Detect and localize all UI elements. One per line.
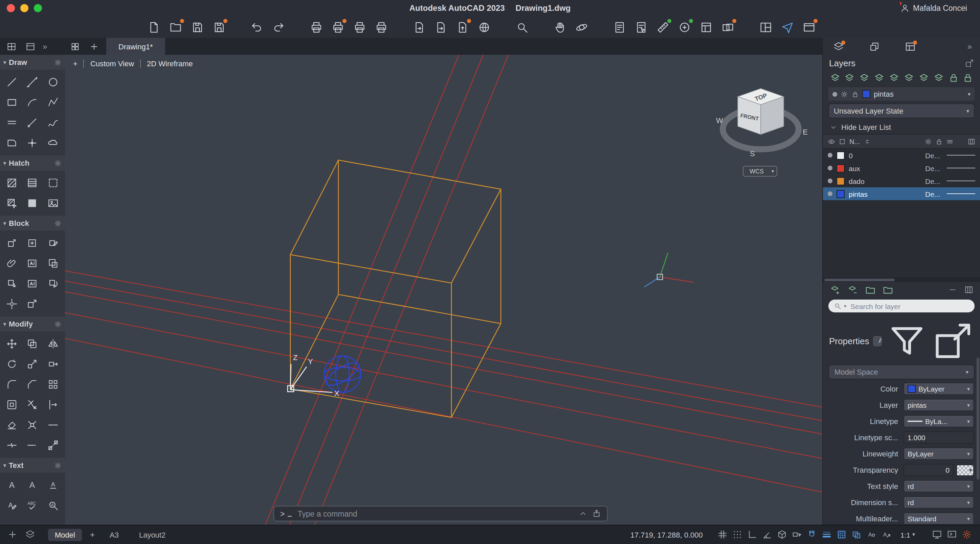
solid-fill-button[interactable] (23, 193, 42, 213)
panel-blocks-button[interactable] (868, 40, 881, 53)
redo-button[interactable] (269, 18, 287, 36)
section-header-block[interactable]: ▾ Block (0, 216, 65, 231)
compass-east[interactable]: E (803, 128, 808, 136)
layer-unisolate-button[interactable] (888, 72, 900, 83)
gear-icon[interactable] (54, 159, 62, 167)
layer-state-dropdown[interactable]: Unsaved Layer State ▾ (829, 103, 975, 118)
layer-select[interactable]: pintas ▾ (904, 399, 974, 411)
panel-layers-button[interactable] (832, 40, 845, 53)
layer-row[interactable]: aux De... (823, 162, 980, 174)
annotation-monitor-button[interactable] (930, 528, 944, 541)
offset-button[interactable] (2, 394, 21, 414)
command-bar[interactable]: > (274, 506, 608, 521)
settings-gear-button[interactable] (960, 528, 974, 541)
layer-on-icon[interactable] (828, 153, 832, 157)
export-dwf-button[interactable] (432, 18, 449, 36)
model-space-canvas[interactable]: Z Y X TOP FRONT W E S (65, 55, 823, 525)
markup-assist-button[interactable] (632, 18, 650, 36)
boundary-button[interactable] (44, 173, 63, 193)
freeze-column-icon[interactable] (924, 138, 932, 145)
folder-open-button[interactable] (167, 18, 184, 36)
osnap-button[interactable] (805, 528, 819, 541)
zoom-button[interactable] (513, 18, 531, 36)
close-button[interactable] (7, 4, 15, 12)
named-views-button[interactable] (24, 40, 37, 52)
rotate-button[interactable] (2, 354, 21, 374)
annotation-scale-button[interactable]: 1:1 ▾ (899, 531, 917, 539)
lineweight-column-icon[interactable] (946, 138, 954, 145)
markup-import-button[interactable] (611, 18, 628, 36)
align-button[interactable] (44, 435, 63, 455)
detach-icon[interactable] (965, 59, 974, 68)
dynamic-input-button[interactable] (790, 528, 804, 541)
lineweight-select[interactable]: ByLayer ▾ (904, 448, 974, 460)
user-menu[interactable]: Mafalda Concei (900, 0, 980, 16)
new-property-filter-button[interactable] (882, 284, 893, 295)
layout2-tab[interactable]: Layout2 (132, 529, 172, 541)
hatch-button[interactable] (2, 173, 21, 193)
layer-on-icon[interactable] (828, 166, 832, 170)
layer-off-button[interactable] (918, 72, 929, 83)
wireframe-box[interactable] (290, 160, 501, 417)
zoom-button[interactable] (34, 4, 42, 12)
annotation-autoscale-button[interactable]: A (880, 528, 894, 541)
section-header-hatch[interactable]: ▾ Hatch (0, 155, 65, 170)
layout-a3-tab[interactable]: A3 (103, 529, 126, 541)
arc-button[interactable] (23, 92, 42, 112)
hide-layer-list-button[interactable]: Hide Layer List (823, 122, 980, 134)
section-header-draw[interactable]: ▾ Draw (0, 55, 65, 70)
new-layer-button[interactable] (829, 284, 841, 295)
text-style-select[interactable]: rd ▾ (904, 480, 974, 492)
expand-history-icon[interactable] (579, 509, 587, 518)
image-button[interactable] (44, 193, 63, 213)
status-column-icon[interactable] (838, 138, 846, 145)
viewport-view-menu[interactable]: Custom View (90, 60, 134, 68)
model-tab[interactable]: Model (48, 529, 82, 541)
gear-icon[interactable] (54, 320, 62, 328)
revision-cloud-button[interactable] (44, 133, 63, 153)
color-select[interactable]: ByLayer ▾ (904, 383, 974, 395)
orbit-button[interactable] (573, 18, 590, 36)
edit-attribute-button[interactable] (23, 273, 42, 293)
dimension-style-select[interactable]: rd ▾ (904, 496, 974, 509)
region-button[interactable] (2, 133, 21, 153)
insert-block-button[interactable] (2, 233, 21, 253)
isodraft-button[interactable] (775, 528, 789, 541)
text-angle-button[interactable]: A (23, 475, 42, 495)
overflow-icon[interactable]: » (43, 41, 46, 51)
lengthen-button[interactable] (23, 435, 42, 455)
write-block-button[interactable] (2, 273, 21, 293)
panel-sheets-button[interactable] (904, 40, 917, 53)
plot-button[interactable] (307, 18, 325, 36)
layer-color-swatch[interactable] (837, 190, 845, 198)
gear-icon[interactable] (54, 59, 62, 66)
transparency-input[interactable]: 0 (904, 464, 954, 476)
horizontal-scrollbar[interactable] (823, 277, 980, 282)
collapse-panel-button[interactable] (948, 285, 958, 295)
text-edit-button[interactable]: A (2, 495, 21, 515)
sort-icon[interactable] (863, 138, 871, 145)
lineweight-button[interactable] (820, 528, 834, 541)
search-input[interactable] (849, 301, 969, 311)
transparency-button[interactable] (835, 528, 849, 541)
gear-icon[interactable] (54, 219, 62, 227)
quick-select-icon[interactable] (886, 320, 928, 362)
new-layout-button[interactable]: + (89, 530, 96, 539)
line-button[interactable] (2, 72, 21, 92)
viewport-layout-button[interactable] (5, 40, 18, 52)
detach-icon[interactable] (932, 320, 974, 362)
layers-stack-button[interactable] (24, 528, 37, 541)
share-button[interactable] (778, 18, 796, 36)
web-upload-button[interactable] (475, 18, 493, 36)
save-as-button[interactable] (210, 18, 228, 36)
construction-lines[interactable] (65, 55, 823, 525)
filter-all-button[interactable]: All (874, 336, 882, 345)
find-text-button[interactable]: A (44, 495, 63, 515)
annotation-visibility-button[interactable]: A (865, 528, 879, 541)
section-header-text[interactable]: ▾ Text (0, 458, 65, 473)
trim-button[interactable] (23, 394, 42, 414)
viewport-config-button[interactable] (757, 18, 774, 36)
sync-attributes-button[interactable] (44, 273, 63, 293)
move-button[interactable] (2, 333, 21, 354)
block-editor-button[interactable] (44, 233, 63, 253)
